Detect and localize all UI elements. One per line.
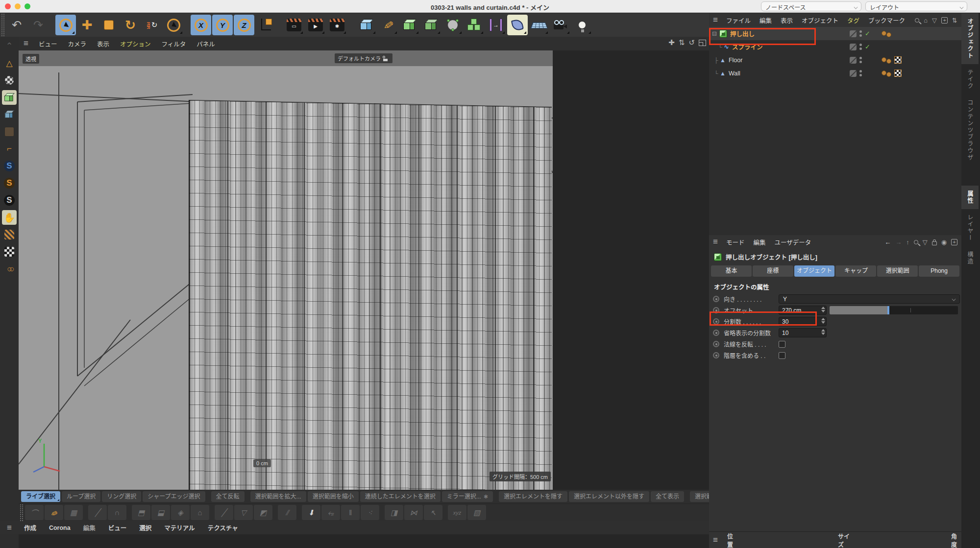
matrix-extrude-button[interactable]: ◈ (171, 505, 190, 520)
symmetry-button[interactable]: → (486, 15, 506, 35)
viewport-menu-display[interactable]: 表示 (97, 39, 109, 48)
grow-selection-button[interactable]: 選択範囲を拡大... (250, 491, 306, 502)
quantize-grid-button[interactable]: ▦ (64, 505, 83, 520)
tag-dots-icon[interactable] (882, 71, 892, 76)
move-button[interactable]: ✚ (77, 15, 98, 35)
close-hole-button[interactable]: ▽ (234, 505, 253, 520)
stepper-arrows-icon[interactable] (821, 307, 825, 312)
keyframe-radio-icon[interactable] (713, 330, 719, 336)
visibility-dots-toggle[interactable] (859, 70, 862, 76)
stitch-sew-button[interactable]: ⫽ (278, 505, 296, 520)
tab-caps[interactable]: キャップ (835, 265, 876, 277)
snap-2d-button[interactable]: S (2, 176, 17, 191)
last-tool-button[interactable]: ▶ (163, 15, 184, 35)
flip-tool-button[interactable]: ⋈ (404, 505, 423, 520)
search-icon[interactable] (915, 18, 919, 23)
move-axis-button[interactable]: ↖ (424, 505, 442, 520)
bridge-tool-button[interactable]: ⌂ (191, 505, 209, 520)
history-back-icon[interactable]: ← (884, 238, 891, 246)
add-panel-icon[interactable]: + (941, 17, 948, 24)
tab-layers[interactable]: レイヤー (961, 209, 979, 246)
hide-selected-button[interactable]: 選択エレメントを隠す (499, 491, 567, 502)
model-mode-button[interactable]: △ (2, 56, 17, 71)
render-view-button[interactable]: ▭ (284, 15, 304, 35)
workplane-mode-button[interactable]: ⌐ (2, 142, 17, 156)
object-row-spline[interactable]: └ ∿ スプライン ✓ (709, 40, 961, 53)
normal-scale-button[interactable]: ⭂ (321, 505, 340, 520)
undo-button[interactable]: ↶ (6, 15, 27, 35)
om-menu-bookmarks[interactable]: ブックマーク (868, 16, 905, 25)
extrude-inner-button[interactable]: ⬓ (151, 505, 170, 520)
viewport-menu-options[interactable]: オプション (120, 39, 151, 48)
viewport-zoom-icon[interactable]: ⇅ (679, 38, 685, 47)
editor-visibility-toggle[interactable] (850, 70, 857, 77)
normal-move-button[interactable]: ⬇ (302, 505, 320, 520)
home-icon[interactable]: ⌂ (924, 17, 928, 24)
mirror-selection-button[interactable]: ミラー選択...✱ (442, 491, 493, 502)
menu-select[interactable]: 選択 (139, 523, 151, 532)
tab-coordinates[interactable]: 座標 (753, 265, 793, 277)
workplane-hatch-button[interactable] (2, 227, 17, 242)
attribute-manager-menu-icon[interactable]: ≡ (713, 237, 717, 247)
search-icon[interactable] (914, 240, 918, 244)
hide-unselected-button[interactable]: 選択エレメント以外を隠す (569, 491, 649, 502)
object-name[interactable]: Floor (729, 57, 742, 64)
magnet-tool-button[interactable]: ∩ (108, 505, 126, 520)
redo-button[interactable]: ↷ (28, 15, 49, 35)
generator-button[interactable] (421, 15, 441, 35)
object-mode-button[interactable] (2, 90, 17, 105)
viewport-menu-camera[interactable]: カメラ (68, 39, 86, 48)
psr-button[interactable]: PSR ↻ (142, 15, 162, 35)
live-selection-button[interactable]: ▶ (55, 15, 76, 35)
stepper-arrows-icon[interactable] (821, 318, 825, 324)
tab-attributes[interactable]: 属性 (961, 186, 979, 209)
loop-selection-button[interactable]: ループ選択 (62, 491, 100, 502)
ring-selection-button[interactable]: リング選択 (102, 491, 141, 502)
texture-mode-button[interactable] (2, 73, 17, 88)
keyframe-radio-icon[interactable] (713, 296, 719, 302)
menu-corona[interactable]: Corona (49, 524, 71, 531)
live-selection-tool-button[interactable]: ライブ選択 (21, 491, 60, 502)
viewport-rotate-icon[interactable]: ↺ (688, 38, 695, 47)
tag-dots-icon[interactable] (882, 31, 892, 37)
points-mode-button[interactable] (2, 107, 17, 122)
texture-tag-icon[interactable] (894, 70, 902, 77)
viewport-menu-view[interactable]: ビュー (39, 39, 57, 48)
lock-y-axis-button[interactable]: Y (212, 15, 233, 35)
om-menu-objects[interactable]: オブジェクト (802, 16, 838, 25)
object-row-extrude[interactable]: ⊟ 押し出し ✓ (709, 27, 961, 40)
viewport-maximize-icon[interactable] (699, 40, 706, 46)
menu-edit[interactable]: 編集 (83, 523, 96, 532)
extrude-tool-button[interactable]: ⬒ (132, 505, 150, 520)
cage-deform-button[interactable]: ▧ (467, 505, 486, 520)
floor-button[interactable] (529, 15, 549, 35)
primitive-cube-button[interactable] (356, 15, 377, 35)
scale-button[interactable] (98, 15, 119, 35)
array-points-button[interactable]: ⁖ (361, 505, 379, 520)
xyz-coords-button[interactable]: xyz (448, 505, 466, 520)
split-tool-button[interactable]: ‖ (341, 505, 360, 520)
weld-tool-button[interactable]: ◩ (254, 505, 272, 520)
menu-material[interactable]: マテリアル (164, 523, 195, 532)
filter-icon[interactable]: ▽ (923, 238, 928, 246)
enabled-check-icon[interactable]: ✓ (865, 30, 870, 37)
editor-visibility-toggle[interactable] (850, 44, 857, 50)
am-menu-edit[interactable]: 編集 (753, 238, 765, 247)
viewport-menu-panel[interactable]: パネル (196, 39, 215, 48)
tab-content-browser[interactable]: コンテンツブラウザ (961, 95, 979, 166)
render-picture-viewer-button[interactable]: ▶ (305, 15, 326, 35)
om-menu-view[interactable]: 表示 (781, 16, 793, 25)
make-editable-button[interactable]: ⌃ (2, 39, 17, 53)
am-menu-userdata[interactable]: ユーザデータ (774, 238, 811, 247)
render-settings-button[interactable]: ✱ (327, 15, 347, 35)
object-name[interactable]: Wall (729, 70, 740, 77)
stepper-arrows-icon[interactable] (821, 329, 825, 335)
deformer-button[interactable] (442, 15, 463, 35)
texture-tag-icon[interactable] (894, 56, 902, 64)
enabled-check-icon[interactable]: ✓ (865, 43, 870, 50)
tab-object[interactable]: オブジェクト (794, 265, 835, 277)
filter-icon[interactable]: ▽ (932, 17, 937, 24)
subdivision-input[interactable] (779, 317, 827, 326)
tab-phong[interactable]: Phong (919, 265, 959, 277)
lod-subdivision-input[interactable] (779, 328, 827, 337)
